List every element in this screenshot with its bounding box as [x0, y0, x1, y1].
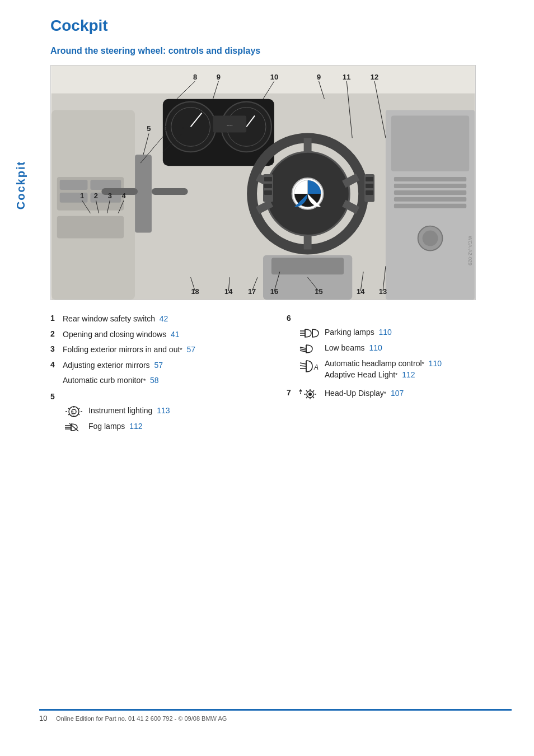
asterisk: *	[143, 377, 146, 384]
item-text: Instrument lighting 113	[88, 405, 275, 417]
list-item: 2 Opening and closing windows 41	[50, 329, 275, 340]
svg-line-123	[313, 390, 314, 392]
svg-rect-40	[271, 258, 344, 274]
svg-text:13: 13	[379, 287, 387, 296]
item-text: Head-Up Display* 107	[325, 388, 512, 399]
item-link[interactable]: 110	[369, 343, 382, 352]
cockpit-diagram: ----	[50, 65, 476, 300]
list-item: 1 Rear window safety switch 42	[50, 314, 275, 325]
svg-text:----: ----	[227, 123, 233, 128]
item-text: Rear window safety switch 42	[63, 314, 275, 325]
svg-rect-42	[391, 116, 469, 172]
item-link[interactable]: 110	[378, 328, 391, 337]
item-text: Adjusting exterior mirrors 57	[63, 360, 275, 371]
list-item-sub: J Instrument lighting 113	[63, 405, 275, 418]
svg-line-125	[313, 397, 314, 399]
item-number: 2	[50, 329, 59, 338]
svg-text:15: 15	[315, 287, 322, 296]
item-group: 6	[287, 314, 512, 380]
svg-line-113	[300, 351, 306, 352]
main-content: Cockpit Around the steering wheel: contr…	[39, 0, 534, 456]
svg-line-93	[78, 408, 79, 409]
copyright-watermark: WCA-A2-029	[465, 234, 475, 268]
svg-text:11: 11	[343, 73, 350, 81]
item-number: 7	[287, 388, 296, 397]
svg-text:6: 6	[163, 124, 167, 133]
items-left-column: 1 Rear window safety switch 42 2 Opening…	[50, 314, 275, 439]
list-item-sub: Automatic curb monitor* 58	[63, 375, 275, 386]
svg-rect-5	[60, 180, 88, 190]
svg-text:12: 12	[371, 73, 378, 81]
page-title: Cockpit	[50, 17, 512, 35]
item-text: Automatic curb monitor* 58	[63, 375, 275, 386]
svg-point-90	[69, 407, 79, 417]
svg-point-121	[308, 393, 312, 396]
svg-line-111	[300, 347, 306, 348]
item-text: Folding exterior mirrors in and out* 57	[63, 344, 275, 356]
sidebar-label: Cockpit	[10, 101, 32, 269]
svg-rect-46	[394, 197, 466, 202]
svg-rect-34	[264, 190, 272, 195]
svg-rect-9	[135, 155, 152, 232]
svg-text:16: 16	[270, 287, 278, 296]
items-section: 1 Rear window safety switch 42 2 Opening…	[50, 314, 512, 439]
svg-line-116	[300, 366, 306, 366]
item-group: 4 Adjusting exterior mirrors 57 Automati…	[50, 360, 275, 386]
item-link[interactable]: 112	[129, 422, 142, 431]
list-item: 6	[287, 314, 512, 323]
list-item: 4 Adjusting exterior mirrors 57	[50, 360, 275, 371]
auto-headlamp-icon: A	[299, 358, 321, 376]
svg-text:1: 1	[80, 192, 84, 200]
svg-point-49	[423, 231, 438, 246]
item-link[interactable]: 110	[429, 359, 442, 368]
svg-point-13	[166, 102, 216, 152]
svg-rect-47	[394, 204, 466, 208]
svg-rect-10	[101, 188, 138, 195]
item-link[interactable]: 113	[157, 406, 170, 415]
item-link[interactable]: 41	[171, 330, 180, 339]
list-item: 5	[50, 392, 275, 401]
svg-text:3: 3	[108, 192, 112, 200]
svg-text:A: A	[313, 363, 318, 371]
item-group: 5	[50, 392, 275, 433]
svg-text:10: 10	[270, 73, 278, 81]
svg-line-127	[306, 397, 307, 399]
item-number: 5	[50, 392, 59, 401]
svg-text:7: 7	[180, 124, 184, 133]
item-number: 4	[50, 360, 59, 369]
svg-text:18: 18	[191, 287, 199, 296]
svg-line-97	[68, 414, 69, 415]
item-link[interactable]: 107	[391, 389, 404, 398]
svg-rect-4	[57, 216, 124, 239]
item-link[interactable]: 57	[186, 345, 195, 354]
svg-text:8: 8	[193, 73, 197, 81]
svg-rect-43	[394, 177, 466, 181]
svg-rect-32	[264, 177, 272, 181]
page-footer: 10 Online Edition for Part no. 01 41 2 6…	[39, 709, 512, 722]
fog-lamp-icon	[63, 421, 85, 433]
asterisk: *	[395, 372, 397, 379]
item-group: 7	[287, 388, 512, 400]
item-link[interactable]: 58	[150, 376, 159, 385]
svg-rect-44	[394, 184, 466, 188]
low-beams-icon	[299, 343, 321, 355]
item-link[interactable]: 42	[160, 314, 168, 323]
item-text: Low beams 110	[325, 343, 512, 354]
list-item: 3 Folding exterior mirrors in and out* 5…	[50, 344, 275, 356]
svg-rect-38	[366, 190, 373, 195]
item-text: Opening and closing windows 41	[63, 329, 275, 340]
item-link[interactable]: 112	[402, 370, 415, 379]
svg-text:5: 5	[147, 124, 151, 133]
svg-line-95	[78, 414, 79, 415]
item-link[interactable]: 57	[154, 361, 163, 370]
list-item-sub: A Automatic headlamp control* 110 Adapti…	[299, 358, 512, 380]
svg-text:4: 4	[122, 192, 127, 200]
item-text: Automatic headlamp control* 110 Adaptive…	[325, 358, 512, 380]
svg-rect-37	[366, 184, 373, 188]
section-title: Around the steering wheel: controls and …	[50, 46, 512, 56]
item-number: 3	[50, 344, 59, 353]
page-number: 10	[39, 714, 50, 722]
items-right-column: 6	[287, 314, 512, 439]
svg-line-115	[300, 363, 306, 364]
svg-line-129	[306, 390, 307, 392]
